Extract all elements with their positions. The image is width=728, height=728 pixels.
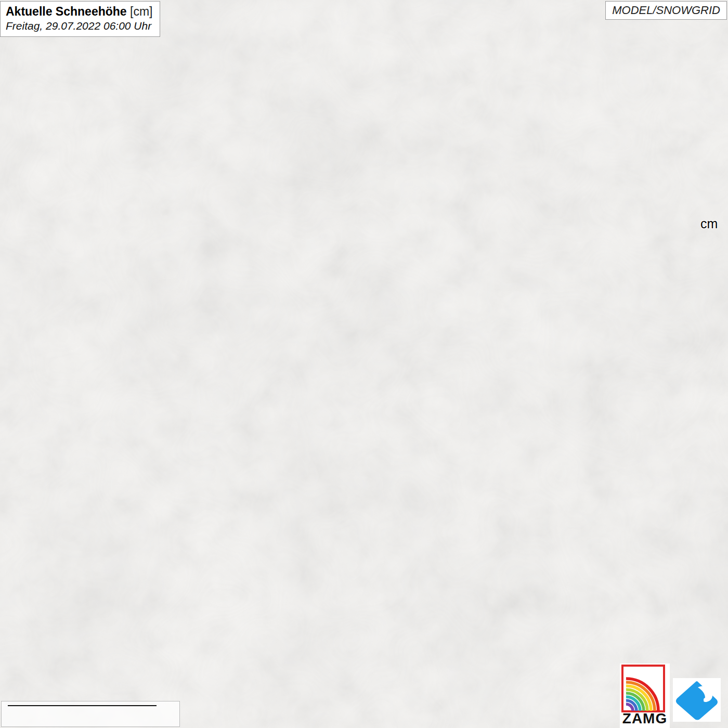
title-timestamp: Freitag, 29.07.2022 06:00 Uhr: [6, 20, 152, 32]
page-title: Aktuelle Schneehöhe [cm]: [6, 5, 152, 19]
title-unit: [cm]: [130, 5, 152, 18]
zamg-rainbow-icon: [620, 664, 668, 713]
snow-mountain-icon: [673, 678, 721, 722]
zamg-logo: ZAMG: [620, 664, 670, 728]
scale-bar-line: [8, 705, 157, 706]
terrain-shading: [0, 0, 728, 728]
model-label: MODEL/SNOWGRID: [605, 1, 727, 20]
partner-logo: [673, 678, 721, 722]
legend-unit-label: cm: [700, 216, 718, 231]
title-box: Aktuelle Schneehöhe [cm] Freitag, 29.07.…: [0, 1, 160, 37]
snow-map: Aktuelle Schneehöhe [cm] Freitag, 29.07.…: [0, 0, 728, 728]
title-text: Aktuelle Schneehöhe: [6, 5, 127, 18]
map-canvas: [0, 0, 728, 728]
scale-bar: [1, 701, 180, 727]
zamg-logo-text: ZAMG: [620, 710, 670, 727]
